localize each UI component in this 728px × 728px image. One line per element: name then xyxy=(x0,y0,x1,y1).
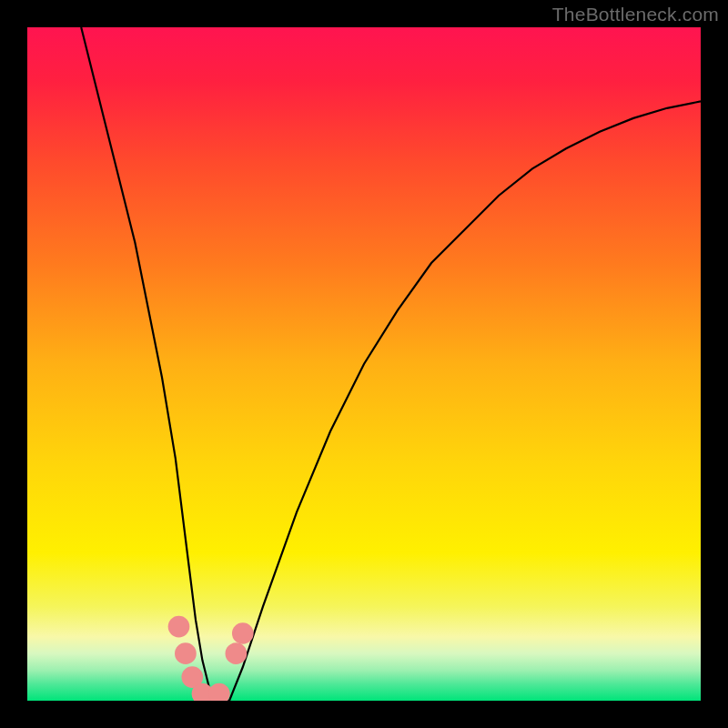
watermark-text: TheBottleneck.com xyxy=(552,4,719,25)
plot-area xyxy=(27,27,701,701)
bottleneck-curve xyxy=(81,27,701,701)
marker-5 xyxy=(208,683,230,701)
curve-layer xyxy=(27,27,701,701)
marker-2 xyxy=(175,642,197,664)
marker-7 xyxy=(232,622,254,644)
chart-frame: TheBottleneck.com xyxy=(0,0,728,728)
curve-markers xyxy=(168,616,254,701)
marker-6 xyxy=(226,642,248,664)
marker-1 xyxy=(168,616,190,638)
